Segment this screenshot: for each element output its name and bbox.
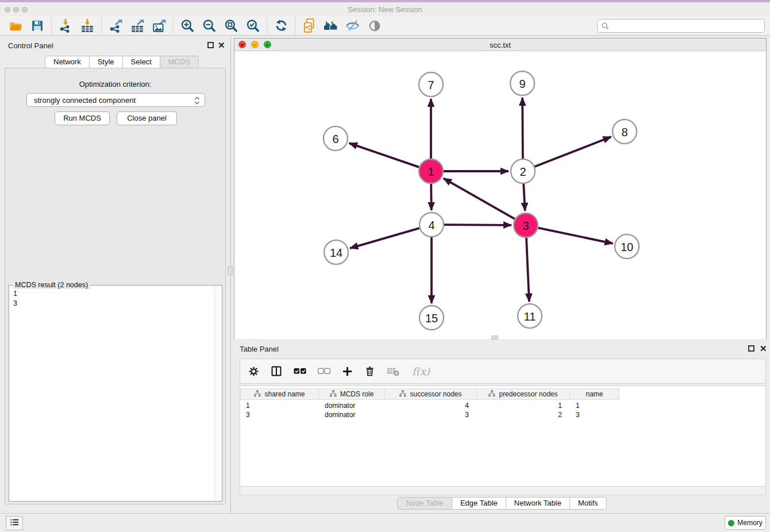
- node-10[interactable]: 10: [615, 234, 639, 259]
- select-all-checkboxes-icon[interactable]: [294, 367, 306, 375]
- task-list-icon: [10, 518, 20, 529]
- column-header-MCDS-role[interactable]: MCDS role: [319, 388, 385, 400]
- float-panel-icon[interactable]: [207, 42, 214, 48]
- edge-2-3[interactable]: [523, 184, 525, 211]
- edge-4-14[interactable]: [350, 228, 419, 248]
- column-header-shared-name[interactable]: shared name: [240, 388, 319, 400]
- show-column-icon[interactable]: [271, 365, 282, 377]
- toolbar-separator: [295, 18, 295, 34]
- splitter-grip[interactable]: [228, 266, 233, 275]
- column-header-successor-nodes[interactable]: successor nodes: [385, 388, 477, 400]
- node-9[interactable]: 9: [510, 71, 534, 95]
- save-session-icon[interactable]: [26, 17, 48, 34]
- task-history-button[interactable]: [6, 516, 23, 530]
- svg-text:14: 14: [330, 246, 342, 259]
- edge-3-10[interactable]: [538, 228, 613, 244]
- close-panel-icon[interactable]: ✕: [218, 42, 224, 48]
- svg-text:10: 10: [621, 241, 633, 253]
- add-column-icon[interactable]: [342, 366, 353, 377]
- network-window-title: scc.txt: [234, 41, 766, 49]
- delete-column-icon[interactable]: [364, 365, 375, 377]
- optimization-criterion-label: Optimization criterion:: [5, 80, 225, 88]
- node-7[interactable]: 7: [419, 72, 443, 97]
- zoom-fit-content-icon[interactable]: [220, 17, 242, 34]
- search-box[interactable]: [597, 19, 765, 33]
- tab-mcds[interactable]: MCDS: [160, 56, 199, 68]
- home-icon[interactable]: [320, 17, 342, 34]
- table-header-row: shared nameMCDS rolesuccessor nodesprede…: [240, 388, 619, 400]
- column-type-icon: [330, 390, 337, 399]
- run-mcds-button[interactable]: Run MCDS: [55, 111, 110, 125]
- tab-style[interactable]: Style: [90, 56, 123, 68]
- column-type-icon: [399, 390, 406, 399]
- export-network-icon[interactable]: [105, 17, 126, 34]
- edge-2-8[interactable]: [534, 137, 611, 167]
- table-panel: Table Panel ✕ f(x): [234, 342, 770, 510]
- table-scrollbar[interactable]: [240, 487, 766, 495]
- zoom-in-icon[interactable]: [176, 17, 198, 34]
- toolbar-separator: [267, 18, 267, 34]
- column-label: MCDS role: [340, 390, 374, 398]
- search-icon: [601, 22, 610, 33]
- export-image-icon[interactable]: [148, 17, 170, 34]
- toolbar-separator: [173, 18, 174, 34]
- column-label: successor nodes: [410, 390, 461, 398]
- deselect-all-checkboxes-icon[interactable]: [318, 367, 330, 375]
- column-header-name[interactable]: name: [570, 388, 619, 400]
- apply-preferred-layout-icon[interactable]: [270, 17, 292, 34]
- table-row[interactable]: 1dominator411: [240, 401, 619, 410]
- column-header-predecessor-nodes[interactable]: predecessor nodes: [477, 388, 570, 400]
- node-15[interactable]: 15: [419, 306, 444, 330]
- tab-motifs[interactable]: Motifs: [570, 497, 607, 510]
- import-table-icon[interactable]: [76, 17, 98, 34]
- search-input[interactable]: [613, 20, 762, 32]
- zoom-out-icon[interactable]: [198, 17, 220, 34]
- svg-text:15: 15: [425, 312, 438, 325]
- network-canvas[interactable]: 1234678910111415: [234, 52, 766, 339]
- column-label: predecessor nodes: [499, 390, 557, 398]
- edge-3-1[interactable]: [444, 178, 515, 219]
- status-bar: Memory: [0, 513, 770, 532]
- node-2[interactable]: 2: [511, 159, 535, 183]
- horizontal-splitter-grip[interactable]: [491, 336, 498, 340]
- criterion-dropdown[interactable]: strongly connected component: [26, 93, 205, 107]
- node-14[interactable]: 14: [324, 240, 348, 264]
- export-table-icon[interactable]: [126, 17, 148, 34]
- edge-3-11[interactable]: [526, 238, 529, 302]
- node-3[interactable]: 3: [514, 213, 538, 237]
- zoom-selected-icon[interactable]: [242, 17, 264, 34]
- node-1[interactable]: 1: [419, 159, 443, 183]
- close-table-panel-icon[interactable]: ✕: [760, 345, 766, 352]
- cell-predecessor-nodes: 1: [477, 401, 570, 410]
- tab-select[interactable]: Select: [123, 56, 160, 68]
- node-4[interactable]: 4: [419, 213, 444, 237]
- close-panel-button[interactable]: Close panel: [117, 111, 177, 125]
- tab-node-table[interactable]: Node Table: [397, 497, 452, 510]
- float-table-panel-icon[interactable]: [748, 345, 754, 352]
- node-11[interactable]: 11: [518, 304, 542, 328]
- network-file-icon[interactable]: [298, 17, 320, 34]
- graphics-details-icon[interactable]: [342, 17, 364, 34]
- memory-button[interactable]: Memory: [725, 516, 766, 530]
- edge-1-6[interactable]: [349, 143, 419, 167]
- settings-gear-icon[interactable]: [248, 366, 259, 377]
- node-8[interactable]: 8: [613, 119, 637, 144]
- cell-successor-nodes: 4: [385, 401, 477, 410]
- network-window-titlebar: ✕ − + scc.txt: [234, 38, 766, 51]
- open-session-icon[interactable]: [5, 17, 26, 34]
- birds-eye-view-icon[interactable]: [364, 17, 386, 34]
- titlebar: Session: New Session: [0, 2, 770, 16]
- tab-network-table[interactable]: Network Table: [506, 497, 570, 510]
- column-type-icon: [488, 390, 495, 399]
- import-network-icon[interactable]: [55, 17, 76, 34]
- result-line: 3: [13, 299, 17, 309]
- edge-4-3[interactable]: [444, 225, 511, 225]
- tab-edge-table[interactable]: Edge Table: [452, 497, 506, 510]
- edge-2-9[interactable]: [522, 98, 523, 159]
- column-label: name: [586, 390, 603, 398]
- node-6[interactable]: 6: [324, 126, 348, 151]
- column-type-icon: [254, 390, 261, 399]
- result-scrollbar[interactable]: [214, 286, 221, 500]
- tab-network[interactable]: Network: [45, 56, 90, 68]
- table-row[interactable]: 3dominator323: [240, 410, 619, 419]
